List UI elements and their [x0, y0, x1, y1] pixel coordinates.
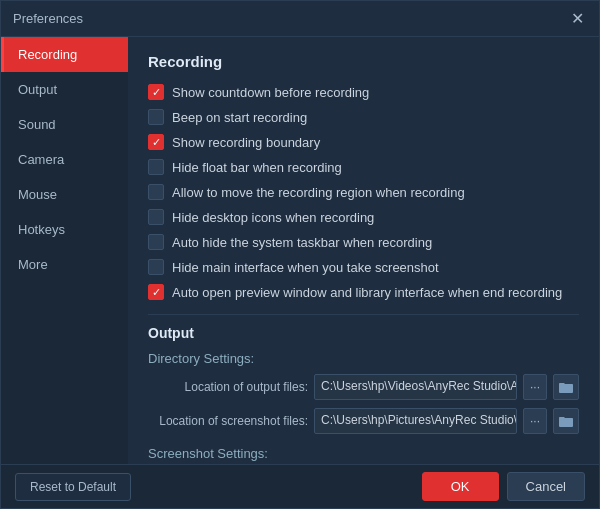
sidebar: RecordingOutputSoundCameraMouseHotkeysMo… — [1, 37, 128, 464]
checkbox-beep[interactable] — [148, 109, 164, 125]
checkbox-label-beep: Beep on start recording — [172, 110, 307, 125]
output-files-dots-button[interactable]: ··· — [523, 374, 547, 400]
checkbox-hideinterface[interactable] — [148, 259, 164, 275]
checkbox-label-moveregion: Allow to move the recording region when … — [172, 185, 465, 200]
checkbox-row-beep: Beep on start recording — [148, 109, 579, 125]
sidebar-item-camera[interactable]: Camera — [1, 142, 128, 177]
checkbox-row-autopreview: ✓Auto open preview window and library in… — [148, 284, 579, 300]
output-files-input[interactable]: C:\Users\hp\Videos\AnyRec Studio\AnyRec … — [314, 374, 517, 400]
sidebar-item-sound[interactable]: Sound — [1, 107, 128, 142]
checkbox-label-hideinterface: Hide main interface when you take screen… — [172, 260, 439, 275]
reset-default-button[interactable]: Reset to Default — [15, 473, 131, 501]
section-divider — [148, 314, 579, 315]
checkbox-row-taskbar: Auto hide the system taskbar when record… — [148, 234, 579, 250]
screenshot-files-folder-button[interactable] — [553, 408, 579, 434]
footer: Reset to Default OK Cancel — [1, 464, 599, 508]
output-files-label: Location of output files: — [148, 380, 308, 394]
sidebar-item-mouse[interactable]: Mouse — [1, 177, 128, 212]
checkbox-row-floatbar: Hide float bar when recording — [148, 159, 579, 175]
close-button[interactable]: ✕ — [567, 9, 587, 29]
title-bar: Preferences ✕ — [1, 1, 599, 37]
output-files-folder-button[interactable] — [553, 374, 579, 400]
checkbox-row-moveregion: Allow to move the recording region when … — [148, 184, 579, 200]
output-section-title: Output — [148, 325, 579, 341]
screenshot-files-label: Location of screenshot files: — [148, 414, 308, 428]
sidebar-item-output[interactable]: Output — [1, 72, 128, 107]
checkbox-label-autopreview: Auto open preview window and library int… — [172, 285, 562, 300]
sidebar-item-hotkeys[interactable]: Hotkeys — [1, 212, 128, 247]
checkbox-label-countdown: Show countdown before recording — [172, 85, 369, 100]
checkbox-moveregion[interactable] — [148, 184, 164, 200]
sidebar-item-more[interactable]: More — [1, 247, 128, 282]
checkbox-row-countdown: ✓Show countdown before recording — [148, 84, 579, 100]
checkbox-label-floatbar: Hide float bar when recording — [172, 160, 342, 175]
checkbox-autopreview[interactable]: ✓ — [148, 284, 164, 300]
output-files-row: Location of output files: C:\Users\hp\Vi… — [148, 374, 579, 400]
sidebar-item-recording[interactable]: Recording — [1, 37, 128, 72]
main-content: RecordingOutputSoundCameraMouseHotkeysMo… — [1, 37, 599, 464]
footer-actions: OK Cancel — [422, 472, 585, 501]
screenshot-files-input[interactable]: C:\Users\hp\Pictures\AnyRec Studio\AnyRe… — [314, 408, 517, 434]
screenshot-settings-subsection: Screenshot Settings: — [148, 446, 579, 461]
content-panel: Recording ✓Show countdown before recordi… — [128, 37, 599, 464]
checkboxes-container: ✓Show countdown before recordingBeep on … — [148, 84, 579, 300]
screenshot-files-row: Location of screenshot files: C:\Users\h… — [148, 408, 579, 434]
checkbox-taskbar[interactable] — [148, 234, 164, 250]
checkbox-row-hideinterface: Hide main interface when you take screen… — [148, 259, 579, 275]
recording-section-title: Recording — [148, 53, 579, 70]
checkbox-label-boundary: Show recording boundary — [172, 135, 320, 150]
checkbox-row-desktopicons: Hide desktop icons when recording — [148, 209, 579, 225]
checkbox-desktopicons[interactable] — [148, 209, 164, 225]
checkbox-label-desktopicons: Hide desktop icons when recording — [172, 210, 374, 225]
directory-settings-label: Directory Settings: — [148, 351, 579, 366]
ok-button[interactable]: OK — [422, 472, 499, 501]
checkbox-label-taskbar: Auto hide the system taskbar when record… — [172, 235, 432, 250]
preferences-window: Preferences ✕ RecordingOutputSoundCamera… — [0, 0, 600, 509]
screenshot-files-dots-button[interactable]: ··· — [523, 408, 547, 434]
checkbox-row-boundary: ✓Show recording boundary — [148, 134, 579, 150]
checkbox-floatbar[interactable] — [148, 159, 164, 175]
window-title: Preferences — [13, 11, 83, 26]
checkbox-boundary[interactable]: ✓ — [148, 134, 164, 150]
checkbox-countdown[interactable]: ✓ — [148, 84, 164, 100]
cancel-button[interactable]: Cancel — [507, 472, 585, 501]
screenshot-settings-label: Screenshot Settings: — [148, 446, 579, 461]
